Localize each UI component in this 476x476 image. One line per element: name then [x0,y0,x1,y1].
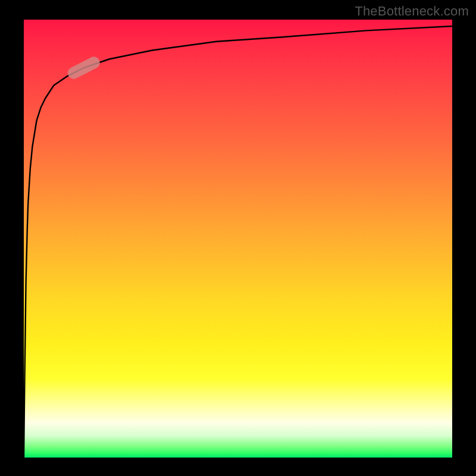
chart-stage: TheBottleneck.com [0,0,476,476]
plot-gradient-area [24,20,452,458]
attribution-label: TheBottleneck.com [355,4,469,19]
